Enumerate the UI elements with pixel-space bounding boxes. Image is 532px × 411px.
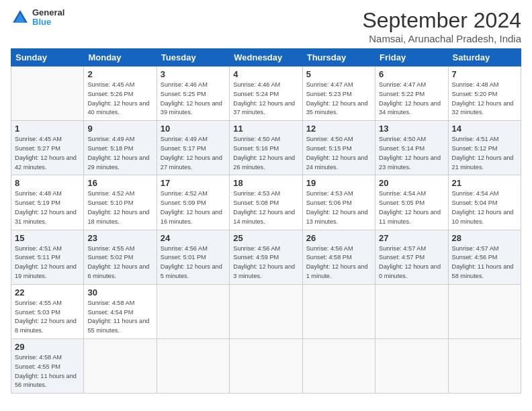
day-info: Sunrise: 4:48 AMSunset: 5:20 PMDaylight:…	[452, 81, 514, 116]
day-number: 20	[379, 178, 444, 188]
day-info: Sunrise: 4:52 AMSunset: 5:09 PMDaylight:…	[161, 190, 222, 224]
col-saturday: Saturday	[448, 49, 521, 66]
day-info: Sunrise: 4:45 AMSunset: 5:26 PMDaylight:…	[87, 81, 149, 116]
col-tuesday: Tuesday	[157, 49, 229, 66]
month-title: September 2024	[362, 8, 521, 33]
title-area: September 2024 Namsai, Arunachal Pradesh…	[362, 8, 521, 44]
table-row	[302, 284, 375, 338]
table-row: 2 Sunrise: 4:45 AMSunset: 5:26 PMDayligh…	[84, 66, 157, 121]
day-info: Sunrise: 4:50 AMSunset: 5:16 PMDaylight:…	[233, 136, 295, 170]
table-row: 18 Sunrise: 4:53 AMSunset: 5:08 PMDaylig…	[230, 175, 302, 230]
table-row: 7 Sunrise: 4:48 AMSunset: 5:20 PMDayligh…	[448, 66, 521, 121]
day-number: 5	[306, 69, 371, 79]
table-row	[230, 338, 302, 393]
day-info: Sunrise: 4:46 AMSunset: 5:25 PMDaylight:…	[161, 81, 222, 116]
day-info: Sunrise: 4:50 AMSunset: 5:14 PMDaylight:…	[379, 136, 441, 170]
table-row: 1 Sunrise: 4:45 AMSunset: 5:27 PMDayligh…	[11, 121, 84, 175]
day-number: 23	[87, 233, 152, 243]
day-number: 25	[233, 233, 298, 243]
day-number: 14	[452, 124, 517, 134]
table-row: 22 Sunrise: 4:55 AMSunset: 5:03 PMDaylig…	[11, 284, 84, 338]
day-number: 11	[233, 124, 298, 134]
logo-icon	[11, 8, 30, 27]
day-info: Sunrise: 4:47 AMSunset: 5:23 PMDaylight:…	[306, 81, 368, 116]
day-number: 7	[452, 69, 517, 79]
table-row: 11 Sunrise: 4:50 AMSunset: 5:16 PMDaylig…	[230, 121, 302, 175]
table-row	[448, 338, 521, 393]
day-info: Sunrise: 4:51 AMSunset: 5:12 PMDaylight:…	[452, 136, 514, 170]
day-info: Sunrise: 4:52 AMSunset: 5:10 PMDaylight:…	[87, 190, 149, 224]
table-row: 10 Sunrise: 4:49 AMSunset: 5:17 PMDaylig…	[157, 121, 229, 175]
logo-text: General Blue	[32, 8, 64, 28]
table-row	[11, 66, 84, 121]
header-row: Sunday Monday Tuesday Wednesday Thursday…	[11, 49, 521, 66]
day-number: 13	[379, 124, 444, 134]
day-number: 29	[15, 342, 80, 352]
table-row	[448, 284, 521, 338]
day-number: 17	[161, 178, 226, 188]
day-info: Sunrise: 4:55 AMSunset: 5:03 PMDaylight:…	[15, 300, 77, 334]
table-row	[375, 284, 448, 338]
day-number: 30	[87, 287, 152, 298]
day-number: 16	[87, 178, 152, 188]
location: Namsai, Arunachal Pradesh, India	[362, 33, 521, 44]
table-row: 17 Sunrise: 4:52 AMSunset: 5:09 PMDaylig…	[157, 175, 229, 230]
table-row: 12 Sunrise: 4:50 AMSunset: 5:15 PMDaylig…	[302, 121, 375, 175]
table-row: 15 Sunrise: 4:51 AMSunset: 5:11 PMDaylig…	[11, 230, 84, 284]
table-row: 30 Sunrise: 4:58 AMSunset: 4:54 PMDaylig…	[84, 284, 157, 338]
table-row: 29 Sunrise: 4:58 AMSunset: 4:55 PMDaylig…	[11, 338, 84, 393]
day-number: 2	[87, 69, 152, 79]
calendar-table: Sunday Monday Tuesday Wednesday Thursday…	[11, 48, 521, 394]
col-wednesday: Wednesday	[230, 49, 302, 66]
day-info: Sunrise: 4:49 AMSunset: 5:18 PMDaylight:…	[87, 136, 149, 170]
table-row: 27 Sunrise: 4:57 AMSunset: 4:57 PMDaylig…	[375, 230, 448, 284]
logo-general: General	[32, 8, 64, 17]
table-row: 3 Sunrise: 4:46 AMSunset: 5:25 PMDayligh…	[157, 66, 229, 121]
table-row: 23 Sunrise: 4:55 AMSunset: 5:02 PMDaylig…	[84, 230, 157, 284]
day-number: 12	[306, 124, 371, 134]
day-number: 15	[15, 233, 80, 243]
table-row: 8 Sunrise: 4:48 AMSunset: 5:19 PMDayligh…	[11, 175, 84, 230]
col-monday: Monday	[84, 49, 157, 66]
table-row: 19 Sunrise: 4:53 AMSunset: 5:06 PMDaylig…	[302, 175, 375, 230]
day-info: Sunrise: 4:45 AMSunset: 5:27 PMDaylight:…	[15, 136, 77, 170]
col-sunday: Sunday	[11, 49, 84, 66]
logo: General Blue	[11, 8, 64, 28]
day-number: 24	[161, 233, 226, 243]
table-row	[84, 338, 157, 393]
day-number: 9	[87, 124, 152, 134]
day-info: Sunrise: 4:58 AMSunset: 4:55 PMDaylight:…	[15, 354, 77, 388]
table-row: 9 Sunrise: 4:49 AMSunset: 5:18 PMDayligh…	[84, 121, 157, 175]
day-info: Sunrise: 4:56 AMSunset: 4:58 PMDaylight:…	[306, 245, 368, 279]
day-info: Sunrise: 4:46 AMSunset: 5:24 PMDaylight:…	[233, 81, 295, 116]
day-info: Sunrise: 4:48 AMSunset: 5:19 PMDaylight:…	[15, 190, 77, 224]
day-number: 22	[15, 287, 80, 298]
logo-blue: Blue	[32, 17, 64, 27]
day-info: Sunrise: 4:51 AMSunset: 5:11 PMDaylight:…	[15, 245, 77, 279]
day-info: Sunrise: 4:47 AMSunset: 5:22 PMDaylight:…	[379, 81, 441, 116]
day-info: Sunrise: 4:49 AMSunset: 5:17 PMDaylight:…	[161, 136, 222, 170]
day-info: Sunrise: 4:56 AMSunset: 4:59 PMDaylight:…	[233, 245, 295, 279]
header: General Blue September 2024 Namsai, Arun…	[11, 8, 521, 44]
table-row: 24 Sunrise: 4:56 AMSunset: 5:01 PMDaylig…	[157, 230, 229, 284]
table-row	[157, 338, 229, 393]
day-info: Sunrise: 4:54 AMSunset: 5:04 PMDaylight:…	[452, 190, 514, 224]
table-row	[302, 338, 375, 393]
table-row	[375, 338, 448, 393]
day-number: 10	[161, 124, 226, 134]
day-info: Sunrise: 4:54 AMSunset: 5:05 PMDaylight:…	[379, 190, 441, 224]
day-info: Sunrise: 4:58 AMSunset: 4:54 PMDaylight:…	[87, 300, 149, 334]
calendar-page: General Blue September 2024 Namsai, Arun…	[0, 0, 532, 411]
table-row: 21 Sunrise: 4:54 AMSunset: 5:04 PMDaylig…	[448, 175, 521, 230]
table-row: 14 Sunrise: 4:51 AMSunset: 5:12 PMDaylig…	[448, 121, 521, 175]
day-info: Sunrise: 4:57 AMSunset: 4:57 PMDaylight:…	[379, 245, 441, 279]
table-row	[157, 284, 229, 338]
table-row: 16 Sunrise: 4:52 AMSunset: 5:10 PMDaylig…	[84, 175, 157, 230]
day-number: 8	[15, 178, 80, 188]
day-number: 26	[306, 233, 371, 243]
day-number: 21	[452, 178, 517, 188]
table-row: 5 Sunrise: 4:47 AMSunset: 5:23 PMDayligh…	[302, 66, 375, 121]
col-friday: Friday	[375, 49, 448, 66]
day-number: 19	[306, 178, 371, 188]
day-info: Sunrise: 4:56 AMSunset: 5:01 PMDaylight:…	[161, 245, 222, 279]
